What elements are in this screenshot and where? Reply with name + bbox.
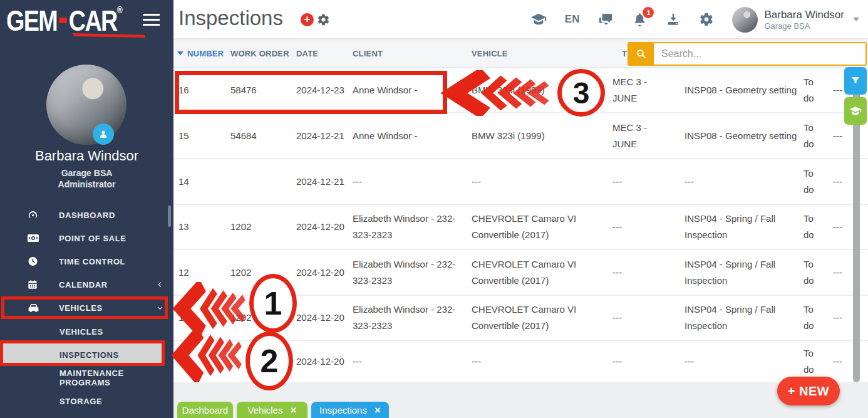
close-icon[interactable]: ×: [375, 405, 381, 415]
tab-dashboard[interactable]: Dashboard: [177, 402, 233, 418]
tab-vehicles[interactable]: Vehicles ×: [237, 402, 307, 418]
user-menu[interactable]: Barbara Windsor Garage BSA: [732, 7, 859, 33]
cell-vehicle: BMW 323i (1999): [472, 113, 616, 158]
table-row[interactable]: 15 54684 2024-12-21 Anne Windsor - BMW 3…: [173, 113, 868, 158]
tab-label: Inspections: [319, 405, 367, 415]
add-inspection-button[interactable]: +: [301, 13, 314, 26]
car-icon: [28, 303, 39, 313]
sidebar-item-label: CALENDAR: [59, 280, 108, 289]
page-settings-icon[interactable]: [317, 13, 330, 26]
logo-dash: [59, 18, 66, 23]
chat-icon[interactable]: [597, 11, 614, 28]
cell-work-order: 1202: [230, 205, 290, 249]
column-header-vehicle[interactable]: VEHICLE: [472, 39, 508, 68]
close-icon[interactable]: ×: [290, 405, 296, 415]
sidebar-item-label: POINT OF SALE: [59, 233, 126, 243]
cell-inspection: ---: [685, 159, 800, 204]
table-row[interactable]: 10 2024-12-20 --- --- --- --- To do ---: [173, 341, 868, 382]
tab-label: Dashboard: [182, 405, 228, 415]
page-title: Inspections: [178, 6, 283, 30]
search-box: [628, 42, 867, 66]
cell-vehicle: ---: [472, 341, 616, 382]
logo-text-gem: GEM: [6, 4, 57, 37]
search-icon: [636, 48, 647, 60]
column-header-client[interactable]: CLIENT: [353, 39, 383, 68]
table-row[interactable]: 12 1202 2024-12-20 Elizabeth Windsor - 2…: [173, 250, 868, 295]
sidebar-item-point-of-sale[interactable]: POINT OF SALE: [0, 226, 173, 249]
avatar[interactable]: [46, 65, 127, 145]
new-button[interactable]: + NEW: [777, 377, 840, 405]
sidebar-item-calendar[interactable]: CALENDAR: [0, 273, 173, 296]
column-header-number[interactable]: NUMBER: [177, 39, 224, 68]
cell-client: ---: [353, 341, 467, 382]
column-header-technician-truncated[interactable]: T: [622, 39, 627, 68]
sidebar-item-label: TIME CONTROL: [59, 256, 125, 266]
search-input[interactable]: [654, 43, 865, 65]
sidebar-item-label: DASHBOARD: [59, 210, 115, 219]
training-side-button[interactable]: [844, 97, 867, 125]
filter-button[interactable]: [844, 67, 867, 95]
filter-icon: [850, 76, 860, 86]
topbar-avatar: [732, 7, 758, 33]
table-row[interactable]: 11 1202 2024-12-20 Elizabeth Windsor - 2…: [173, 296, 868, 340]
calendar-icon: [28, 280, 38, 290]
cell-vehicle: ---: [472, 159, 616, 204]
cell-date: 2024-12-20: [296, 250, 349, 295]
table-header: NUMBER WORK ORDER DATE CLIENT VEHICLE T: [173, 39, 868, 68]
graduation-cap-icon: [849, 105, 862, 117]
cell-status: To do: [803, 205, 826, 249]
settings-gear-icon[interactable]: [699, 12, 714, 27]
table-row[interactable]: 14 2024-12-21 --- --- --- --- To do ---: [173, 159, 868, 204]
topbar-user-name: Barbara Windsor: [764, 9, 844, 21]
sidebar-item-label: VEHICLES: [59, 303, 103, 312]
cell-technician: ---: [612, 341, 665, 382]
cell-work-order: [230, 159, 290, 204]
cell-vehicle: CHEVROLET Camaro VI Convertible (2017): [472, 296, 616, 340]
column-header-work-order[interactable]: WORK ORDER: [230, 39, 289, 68]
topbar-user-company: Garage BSA: [764, 21, 844, 31]
sidebar-subitem-inspections[interactable]: INSPECTIONS: [0, 343, 162, 366]
cell-date: 2024-12-23: [296, 68, 349, 112]
cell-vehicle: CHEVROLET Camaro VI Convertible (2017): [472, 250, 616, 295]
topbar-actions: EN 1 Barbara Windsor Garage BSA: [530, 0, 859, 39]
cell-client: Elizabeth Windsor - 232-323-2323: [353, 250, 467, 295]
app-screen: GEMCAR® Barbara Windsor Garage BSA Admin…: [0, 0, 868, 418]
cell-number: 10: [178, 341, 222, 382]
sidebar-subitem-storage[interactable]: STORAGE: [0, 389, 173, 412]
cell-work-order: 1202: [230, 296, 290, 340]
notifications-bell-icon[interactable]: 1: [632, 12, 648, 28]
cell-result: ---: [833, 205, 852, 249]
column-header-date[interactable]: DATE: [296, 39, 318, 68]
sidebar-subitem-maintenance-programs[interactable]: MAINTENANCE PROGRAMS: [0, 366, 173, 389]
cell-client: Elizabeth Windsor - 232-323-2323: [353, 296, 467, 340]
cell-technician: ---: [612, 205, 665, 249]
cell-number: 13: [178, 205, 222, 249]
cell-date: 2024-12-20: [296, 296, 349, 340]
sidebar-subitem-vehicles[interactable]: VEHICLES: [0, 320, 173, 343]
cell-inspection: INSP04 - Spring / Fall Inspection: [685, 250, 800, 295]
cell-number: 11: [178, 296, 222, 340]
menu-toggle-icon[interactable]: [143, 14, 160, 29]
dashboard-icon: [28, 209, 38, 220]
training-icon[interactable]: [530, 11, 547, 28]
sidebar-item-vehicles[interactable]: VEHICLES: [0, 296, 173, 319]
cell-number: 16: [178, 68, 222, 112]
cell-client: Elizabeth Windsor - 232-323-2323: [353, 205, 467, 249]
sidebar-item-time-control[interactable]: TIME CONTROL: [0, 249, 173, 273]
cell-status: To do: [803, 159, 826, 204]
table-row[interactable]: 16 58476 2024-12-23 Anne Windsor - BMW 3…: [173, 68, 868, 112]
cell-number: 12: [178, 250, 222, 295]
cell-result: ---: [833, 296, 852, 340]
language-selector[interactable]: EN: [565, 13, 580, 26]
cell-result: ---: [833, 341, 852, 382]
table-row[interactable]: 13 1202 2024-12-20 Elizabeth Windsor - 2…: [173, 205, 868, 249]
download-icon[interactable]: [666, 12, 681, 27]
sidebar-user-company: Garage BSA: [0, 168, 173, 178]
sidebar-item-dashboard[interactable]: DASHBOARD: [0, 203, 173, 226]
cell-date: 2024-12-20: [296, 341, 349, 382]
registered-mark: ®: [117, 4, 123, 15]
search-button[interactable]: [629, 43, 654, 65]
tab-inspections[interactable]: Inspections ×: [311, 402, 389, 418]
cell-client: ---: [353, 159, 467, 204]
cell-technician: MEC 3 - JUNE: [612, 68, 665, 112]
